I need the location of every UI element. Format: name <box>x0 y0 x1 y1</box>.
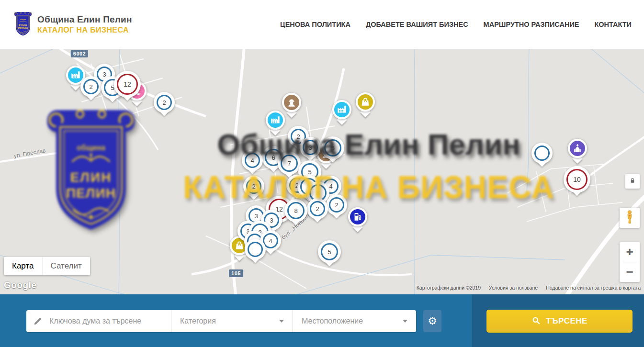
category-select-label: Категория <box>180 317 279 325</box>
chevron-down-icon <box>279 320 284 323</box>
cluster-count: 2 <box>310 201 325 216</box>
top-header: общинаЕЛИНПЕЛИН Община Елин Пелин КАТАЛО… <box>0 0 644 49</box>
map-cluster-marker[interactable]: 5 <box>318 240 341 263</box>
satellite-view-button[interactable]: Сателит <box>42 257 90 275</box>
attribution-report-link[interactable]: Подаване на сигнал за грешка в картата <box>546 285 641 291</box>
church-icon <box>568 139 587 158</box>
lock-icon <box>629 177 636 186</box>
map-cluster-marker[interactable]: 4 <box>242 150 263 171</box>
map-cluster-marker[interactable]: 5 <box>321 136 344 159</box>
map-cluster-marker[interactable]: 12 <box>114 71 141 98</box>
map-pin-church[interactable] <box>566 137 588 159</box>
site-logo[interactable]: общинаЕЛИНПЕЛИН Община Елин Пелин КАТАЛО… <box>13 11 132 38</box>
nav-item-transport-schedule[interactable]: МАРШРУТНО РАЗПИСАНИЕ <box>484 21 579 28</box>
map-view-button[interactable]: Карта <box>4 257 42 275</box>
cluster-count <box>534 146 550 161</box>
map-pin-fuel[interactable] <box>347 206 369 228</box>
cluster-count: 3 <box>303 140 318 155</box>
road-badge: 6002 <box>71 50 88 57</box>
map-cluster-marker[interactable]: 3 <box>300 137 321 158</box>
svg-text:ЕЛИН: ЕЛИН <box>19 24 27 27</box>
cluster-count: 5 <box>321 243 338 260</box>
advanced-settings-button[interactable]: ⚙ <box>423 310 441 332</box>
road-badge: 105 <box>229 269 243 277</box>
nav-item-add-business[interactable]: ДОБАВЕТЕ ВАШИЯТ БИЗНЕС <box>366 21 468 28</box>
cluster-count: 2 <box>83 79 99 94</box>
cluster-count: 12 <box>117 74 138 95</box>
map-cluster-marker[interactable]: 2 <box>243 176 264 197</box>
map-cluster-marker[interactable]: 2 <box>307 198 328 219</box>
cluster-count: 2 <box>246 179 261 194</box>
search-button[interactable]: ТЪРСЕНЕ <box>486 310 633 333</box>
pencil-icon <box>26 316 49 326</box>
factory-icon <box>266 111 285 130</box>
site-title: Община Елин Пелин <box>37 14 132 25</box>
gear-icon: ⚙ <box>428 316 437 326</box>
search-bar: Категория Местоположение ⚙ ТЪРСЕНЕ <box>0 294 644 347</box>
map-cluster-marker[interactable]: 2 <box>326 194 347 215</box>
map-pin-factory[interactable] <box>331 99 353 121</box>
map-type-toggle: Карта Сателит <box>4 257 90 275</box>
pegman-icon <box>623 210 636 226</box>
category-select[interactable]: Категория <box>171 310 293 332</box>
bag-icon <box>356 92 375 112</box>
map-pin-factory[interactable] <box>264 109 286 131</box>
search-icon <box>531 316 541 326</box>
search-filters: Категория Местоположение <box>26 310 416 332</box>
map-cluster-marker[interactable]: 2 <box>80 76 102 97</box>
map-cluster-marker[interactable]: 7 <box>278 152 301 175</box>
cluster-count: 2 <box>157 95 172 110</box>
cluster-count <box>248 242 263 257</box>
map-attribution: Картографски данни ©2019 Условия за полз… <box>417 285 641 291</box>
cluster-count: 2 <box>329 197 344 213</box>
map-cluster-marker[interactable]: 8 <box>284 199 307 222</box>
zoom-out-button[interactable]: − <box>620 262 640 282</box>
svg-text:ПЕЛИН: ПЕЛИН <box>18 27 28 30</box>
cluster-count: 8 <box>287 202 305 219</box>
location-select[interactable]: Местоположение <box>293 310 416 332</box>
chevron-down-icon <box>403 320 407 323</box>
fuel-icon <box>348 207 367 226</box>
nav-item-contacts[interactable]: КОНТАКТИ <box>594 21 632 28</box>
municipality-emblem-icon: общинаЕЛИНПЕЛИН <box>13 11 33 38</box>
map-cluster-marker[interactable]: 10 <box>564 166 590 193</box>
map-canvas[interactable]: 6002105ул. Преславбул. „Новоселци“325122… <box>0 49 644 294</box>
street-view-pegman-button[interactable] <box>620 208 640 228</box>
map-cluster-marker[interactable] <box>245 239 266 260</box>
site-subtitle: КАТАЛОГ НА БИЗНЕСА <box>37 26 132 34</box>
location-select-label: Местоположение <box>302 317 403 325</box>
cluster-count: 4 <box>245 153 260 168</box>
factory-icon <box>332 100 351 119</box>
nav-item-pricing[interactable]: ЦЕНОВА ПОЛИТИКА <box>280 21 350 28</box>
keyword-field-wrap <box>26 310 171 332</box>
attribution-terms-link[interactable]: Условия за ползване <box>489 285 538 291</box>
zoom-control: + − <box>620 242 640 282</box>
cluster-count: 5 <box>324 139 341 157</box>
cluster-count: 7 <box>281 155 298 172</box>
attribution-data: Картографски данни ©2019 <box>417 285 481 291</box>
search-button-label: ТЪРСЕНЕ <box>546 316 588 326</box>
map-pin-bag[interactable] <box>354 91 376 113</box>
google-logo[interactable]: Google <box>4 280 36 291</box>
cluster-count: 10 <box>566 169 588 190</box>
zoom-in-button[interactable]: + <box>620 242 640 262</box>
svg-text:община: община <box>20 19 26 21</box>
map-cluster-marker[interactable]: 2 <box>154 92 175 113</box>
lock-button[interactable] <box>625 174 640 189</box>
main-nav: ЦЕНОВА ПОЛИТИКАДОБАВЕТЕ ВАШИЯТ БИЗНЕСМАР… <box>280 21 632 28</box>
map-cluster-marker[interactable] <box>531 143 553 164</box>
keyword-search-input[interactable] <box>49 310 171 332</box>
